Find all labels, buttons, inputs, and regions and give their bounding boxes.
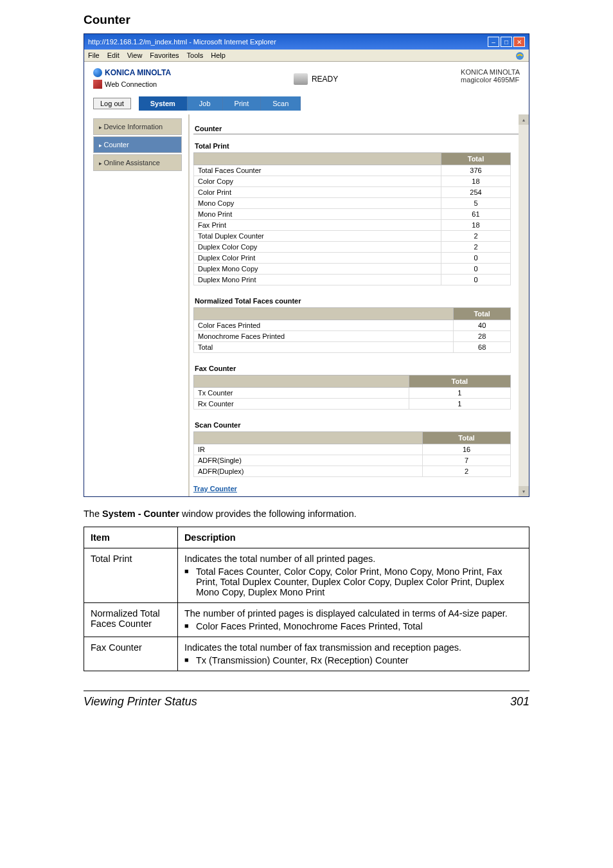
menu-tools[interactable]: Tools bbox=[187, 51, 204, 59]
table-row: Fax Print18 bbox=[194, 220, 511, 231]
table-row: IR16 bbox=[194, 444, 511, 455]
menu-file[interactable]: File bbox=[88, 51, 100, 59]
page-content: KONICA MINOLTA Web Connection READY KONI… bbox=[84, 62, 529, 496]
km-globe-icon bbox=[93, 68, 102, 77]
table-row: Duplex Mono Print0 bbox=[194, 275, 511, 285]
tab-system[interactable]: System bbox=[139, 96, 188, 111]
desc-item: Fax Counter bbox=[84, 637, 178, 671]
desc-item: Normalized Total Faces Counter bbox=[84, 603, 178, 637]
total-print-table: Total Total Faces Counter376 Color Copy1… bbox=[193, 152, 511, 285]
tab-job[interactable]: Job bbox=[188, 96, 223, 111]
fax-total-hdr: Total bbox=[409, 375, 510, 388]
svg-point-0 bbox=[516, 52, 524, 60]
ie-logo-icon bbox=[515, 51, 525, 61]
km-brand-text: KONICA MINOLTA bbox=[105, 68, 171, 77]
panel-title: Counter bbox=[193, 121, 525, 134]
table-row: Mono Copy5 bbox=[194, 198, 511, 209]
page-heading: Counter bbox=[84, 13, 529, 27]
tab-strip: System Job Print Scan bbox=[139, 96, 301, 111]
table-row: Duplex Color Copy2 bbox=[194, 242, 511, 253]
normalized-table: Total Color Faces Printed40 Monochrome F… bbox=[193, 307, 511, 353]
printer-icon bbox=[294, 73, 308, 85]
normalized-heading: Normalized Total Faces counter bbox=[193, 293, 525, 307]
device-info: KONICA MINOLTA magicolor 4695MF bbox=[461, 68, 520, 89]
table-row: Total Duplex Counter2 bbox=[194, 231, 511, 242]
desc-item: Total Print bbox=[84, 548, 178, 603]
fax-table: Total Tx Counter1 Rx Counter1 bbox=[193, 375, 511, 410]
sidebar: Device Information Counter Online Assist… bbox=[93, 118, 182, 496]
browser-window: http://192.168.1.2/m_index.html - Micros… bbox=[84, 33, 529, 497]
titlebar-text: http://192.168.1.2/m_index.html - Micros… bbox=[88, 38, 276, 46]
pagescope-text: Web Connection bbox=[105, 80, 157, 88]
window-titlebar: http://192.168.1.2/m_index.html - Micros… bbox=[84, 34, 529, 50]
tab-print[interactable]: Print bbox=[223, 96, 262, 111]
pagescope-icon bbox=[93, 80, 102, 89]
device-model: magicolor 4695MF bbox=[461, 76, 520, 84]
browser-menubar: File Edit View Favorites Tools Help bbox=[84, 50, 529, 62]
table-row: Monochrome Faces Printed28 bbox=[194, 331, 511, 342]
total-print-total-hdr: Total bbox=[441, 153, 510, 165]
table-row: Duplex Color Print0 bbox=[194, 253, 511, 264]
table-row: Total68 bbox=[194, 342, 511, 353]
desc-th-item: Item bbox=[84, 527, 178, 548]
scan-total-hdr: Total bbox=[423, 432, 511, 444]
table-row: Color Print254 bbox=[194, 187, 511, 198]
normalized-total-hdr: Total bbox=[454, 308, 511, 320]
table-row: Total Faces Counter376 bbox=[194, 165, 511, 176]
table-row: Color Copy18 bbox=[194, 176, 511, 187]
table-row: Mono Print61 bbox=[194, 209, 511, 220]
close-button[interactable]: ✕ bbox=[513, 37, 525, 47]
table-row: Tx Counter1 bbox=[194, 388, 511, 399]
scan-table: Total IR16 ADFR(Single)7 ADFR(Duplex)2 bbox=[193, 431, 511, 477]
tab-scan[interactable]: Scan bbox=[261, 96, 301, 111]
maximize-button[interactable]: □ bbox=[501, 37, 512, 47]
table-row: ADFR(Duplex)2 bbox=[194, 466, 511, 477]
sidebar-item-device-info[interactable]: Device Information bbox=[93, 118, 182, 135]
status-block: READY bbox=[294, 69, 338, 89]
table-row: ADFR(Single)7 bbox=[194, 455, 511, 466]
menu-view[interactable]: View bbox=[127, 51, 143, 59]
menu-favorites[interactable]: Favorites bbox=[150, 51, 179, 59]
brand-block: KONICA MINOLTA Web Connection bbox=[93, 68, 171, 89]
desc-row: Normalized Total Faces Counter The numbe… bbox=[84, 603, 529, 637]
tray-counter-heading[interactable]: Tray Counter bbox=[193, 485, 525, 493]
desc-th-description: Description bbox=[177, 527, 529, 548]
device-brand: KONICA MINOLTA bbox=[461, 68, 520, 76]
window-buttons: – □ ✕ bbox=[488, 37, 525, 47]
fax-heading: Fax Counter bbox=[193, 361, 525, 375]
status-text: READY bbox=[312, 75, 338, 84]
table-row: Duplex Mono Copy0 bbox=[194, 264, 511, 275]
scan-heading: Scan Counter bbox=[193, 417, 525, 431]
footer-section-title: Viewing Printer Status bbox=[84, 695, 197, 709]
table-row: Color Faces Printed40 bbox=[194, 320, 511, 331]
minimize-button[interactable]: – bbox=[488, 37, 499, 47]
total-print-heading: Total Print bbox=[193, 138, 525, 152]
sidebar-item-counter[interactable]: Counter bbox=[93, 136, 182, 153]
desc-text: Indicates the total number of fax transm… bbox=[177, 637, 529, 671]
table-row: Rx Counter1 bbox=[194, 399, 511, 410]
description-table: Item Description Total Print Indicates t… bbox=[84, 527, 529, 671]
intro-text: The System - Counter window provides the… bbox=[84, 509, 529, 519]
sidebar-item-online-assist[interactable]: Online Assistance bbox=[93, 154, 182, 171]
desc-row: Fax Counter Indicates the total number o… bbox=[84, 637, 529, 671]
scroll-down-button[interactable]: ▾ bbox=[519, 486, 529, 496]
desc-text: The number of printed pages is displayed… bbox=[177, 603, 529, 637]
logout-button[interactable]: Log out bbox=[93, 98, 131, 109]
menu-edit[interactable]: Edit bbox=[107, 51, 120, 59]
desc-text: Indicates the total number of all printe… bbox=[177, 548, 529, 603]
main-panel: ▴ ▾ Counter Total Print Total Total Face… bbox=[188, 114, 529, 496]
menu-help[interactable]: Help bbox=[211, 51, 226, 59]
footer-page-number: 301 bbox=[510, 695, 529, 709]
page-footer: Viewing Printer Status 301 bbox=[84, 691, 529, 709]
desc-row: Total Print Indicates the total number o… bbox=[84, 548, 529, 603]
scroll-up-button[interactable]: ▴ bbox=[519, 114, 529, 125]
